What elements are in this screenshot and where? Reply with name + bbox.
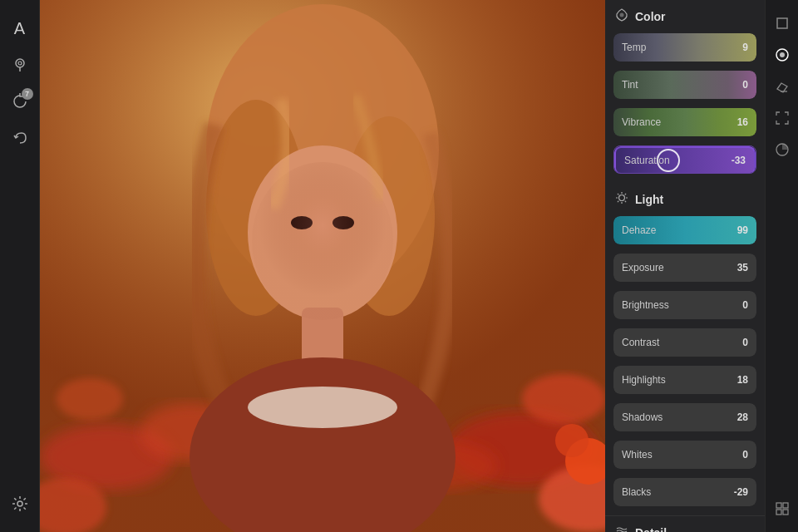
color-tool-right[interactable] <box>769 42 796 68</box>
undo-tool[interactable] <box>5 123 35 153</box>
brightness-value: 0 <box>728 299 748 311</box>
svg-line-33 <box>625 201 626 202</box>
image-area[interactable] <box>40 0 605 532</box>
blacks-slider-row[interactable]: Blacks -29 <box>605 475 765 510</box>
svg-point-0 <box>16 59 24 67</box>
svg-rect-36 <box>777 18 787 28</box>
svg-line-32 <box>618 194 618 195</box>
detail-section-header: Detail <box>605 515 765 532</box>
temp-slider-row[interactable]: Temp 9 <box>605 30 765 65</box>
tint-value: 0 <box>728 79 748 91</box>
whites-slider-row[interactable]: Whites 0 <box>605 437 765 472</box>
color-title: Color <box>635 10 666 23</box>
temp-label: Temp <box>622 42 728 53</box>
vibrance-value: 16 <box>728 116 748 128</box>
left-toolbar: A 7 <box>0 0 40 532</box>
light-section-header: Light <box>605 183 765 213</box>
exposure-slider-row[interactable]: Exposure 35 <box>605 250 765 285</box>
vibrance-label: Vibrance <box>622 116 728 128</box>
svg-line-35 <box>618 201 618 202</box>
tint-slider-row[interactable]: Tint 0 <box>605 67 765 102</box>
saturation-slider-row[interactable]: Saturation -33 <box>605 142 765 177</box>
brush-tool[interactable] <box>5 50 35 80</box>
temp-value: 9 <box>728 42 748 53</box>
dehaze-slider-row[interactable]: Dehaze 99 <box>605 213 765 248</box>
text-tool[interactable]: A <box>5 13 35 43</box>
contrast-label: Contrast <box>622 337 728 348</box>
color-section-header: Color <box>605 0 765 30</box>
whites-label: Whites <box>622 449 728 461</box>
highlights-slider-row[interactable]: Highlights 18 <box>605 362 765 397</box>
svg-rect-44 <box>783 510 788 515</box>
settings-tool[interactable] <box>5 489 35 519</box>
highlights-label: Highlights <box>622 374 728 386</box>
contrast-slider-row[interactable]: Contrast 0 <box>605 325 765 360</box>
dehaze-value: 99 <box>728 224 748 236</box>
detail-icon <box>615 525 628 532</box>
right-toolbar <box>765 0 798 532</box>
photo-background <box>40 0 605 532</box>
dehaze-label: Dehaze <box>622 224 728 236</box>
svg-point-23 <box>252 162 393 320</box>
color-icon <box>615 8 628 25</box>
svg-point-38 <box>780 52 785 57</box>
shadows-slider-row[interactable]: Shadows 28 <box>605 400 765 435</box>
exposure-label: Exposure <box>622 262 728 273</box>
saturation-label: Saturation <box>624 155 726 166</box>
expand-tool-right[interactable] <box>769 495 796 522</box>
vibrance-slider-row[interactable]: Vibrance 16 <box>605 105 765 140</box>
shadows-label: Shadows <box>622 411 728 423</box>
exposure-value: 35 <box>728 262 748 273</box>
svg-point-1 <box>18 62 22 65</box>
svg-point-9 <box>522 374 605 424</box>
blacks-value: -29 <box>728 486 748 498</box>
highlights-value: 18 <box>728 374 748 386</box>
svg-point-27 <box>619 195 625 201</box>
tint-label: Tint <box>622 79 728 91</box>
brightness-slider-row[interactable]: Brightness 0 <box>605 288 765 323</box>
svg-rect-43 <box>776 510 781 515</box>
right-panel: Color Temp 9 Tint 0 Vibrance 16 <box>605 0 765 532</box>
detail-title: Detail <box>635 526 667 533</box>
saturation-value: -33 <box>726 155 746 166</box>
svg-point-26 <box>620 13 624 17</box>
svg-point-20 <box>248 387 397 428</box>
svg-point-3 <box>17 501 22 506</box>
svg-point-11 <box>57 378 123 420</box>
eraser-tool-right[interactable] <box>769 73 796 100</box>
svg-rect-42 <box>783 503 788 508</box>
history-tool[interactable]: 7 <box>5 86 35 116</box>
resize-tool-right[interactable] <box>769 105 796 131</box>
svg-rect-41 <box>776 503 781 508</box>
brightness-label: Brightness <box>622 299 728 311</box>
whites-value: 0 <box>728 449 748 461</box>
svg-line-34 <box>625 194 626 195</box>
shadows-value: 28 <box>728 411 748 423</box>
crop-tool-right[interactable] <box>769 10 796 37</box>
history-badge: 7 <box>22 88 33 100</box>
svg-point-25 <box>555 424 589 457</box>
contrast-value: 0 <box>728 337 748 348</box>
mask-tool-right[interactable] <box>769 136 796 163</box>
blacks-label: Blacks <box>622 486 728 498</box>
light-icon <box>615 191 628 208</box>
light-title: Light <box>635 193 663 206</box>
